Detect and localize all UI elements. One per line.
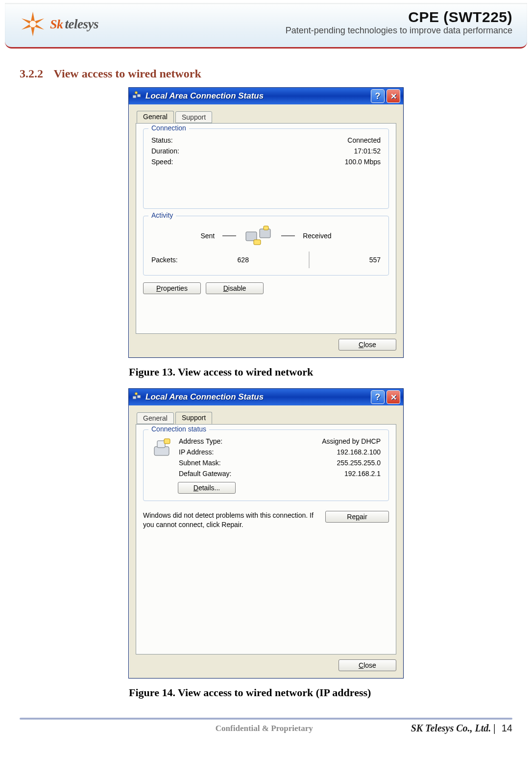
details-button[interactable]: Details... — [178, 482, 236, 494]
help-button[interactable]: ? — [371, 390, 385, 404]
tab-general[interactable]: General — [137, 412, 174, 424]
duration-value: 17:01:52 — [354, 147, 381, 155]
group-activity: Activity Sent — [143, 216, 389, 276]
group-status-legend: Connection status — [148, 425, 209, 433]
svg-rect-8 — [133, 396, 136, 399]
support-rows: Address Type:Assigned by DHCP IP Address… — [178, 436, 382, 494]
note-text: Windows did not detect problems with thi… — [143, 511, 316, 529]
xp-window-support: Local Area Connection Status ? ✕ General… — [128, 388, 404, 679]
repair-note: Windows did not detect problems with thi… — [143, 511, 389, 529]
addr-type-label: Address Type: — [179, 437, 222, 445]
page-header: Sktelesys CPE (SWT225) Patent-pending te… — [5, 3, 527, 49]
logo-sk: Sk — [50, 17, 63, 31]
repair-label: Repair — [347, 513, 367, 521]
svg-rect-13 — [164, 439, 170, 444]
footer-rule — [20, 718, 512, 720]
close-button[interactable]: Close — [339, 659, 396, 671]
network-icon — [132, 91, 142, 101]
speed-value: 100.0 Mbps — [345, 158, 381, 166]
addr-type-value: Assigned by DHCP — [322, 437, 381, 445]
window-titlebar[interactable]: Local Area Connection Status ? ✕ — [129, 389, 403, 405]
svg-rect-2 — [137, 94, 141, 97]
properties-label: roperties — [161, 284, 187, 292]
dash-icon — [281, 235, 295, 236]
details-label: etails... — [198, 484, 220, 492]
tab-support[interactable]: Support — [175, 111, 212, 123]
dash-icon — [222, 235, 236, 236]
svg-rect-6 — [264, 226, 268, 230]
activity-row: Sent Received — [150, 225, 382, 247]
status-value: Connected — [347, 136, 381, 144]
mask-label: Subnet Mask: — [179, 459, 221, 467]
figure-14-caption: Figure 14. View access to wired network … — [129, 686, 403, 699]
svg-rect-1 — [133, 95, 136, 98]
xp-window-general: Local Area Connection Status ? ✕ General… — [128, 87, 404, 358]
document-page: Sktelesys CPE (SWT225) Patent-pending te… — [0, 3, 532, 780]
window-titlebar[interactable]: Local Area Connection Status ? ✕ — [129, 88, 403, 104]
repair-button[interactable]: Repair — [325, 511, 389, 523]
received-label: Received — [303, 232, 331, 240]
properties-button[interactable]: Properties — [143, 282, 201, 294]
logo-burst-icon — [19, 10, 47, 38]
speed-label: Speed: — [151, 158, 173, 166]
window-body: General Support Connection Status:Connec… — [129, 104, 403, 357]
tab-panel-support: Connection status Address Type:Assigned … — [136, 424, 396, 654]
svg-rect-7 — [254, 240, 261, 245]
help-button[interactable]: ? — [371, 89, 385, 103]
sent-label: Sent — [200, 232, 215, 240]
section-heading: 3.2.2 View access to wired network — [20, 67, 512, 80]
gw-value: 192.168.2.1 — [344, 470, 381, 478]
packets-label: Packets: — [151, 256, 178, 264]
disable-button[interactable]: Disable — [206, 282, 264, 294]
footer-page-number: 14 — [502, 723, 512, 734]
adapter-icon — [151, 438, 173, 459]
ip-label: IP Address: — [179, 448, 214, 456]
tab-support[interactable]: Support — [175, 412, 212, 424]
duration-label: Duration: — [151, 147, 179, 155]
disable-label: isable — [228, 284, 246, 292]
svg-rect-9 — [137, 395, 141, 398]
footer-confidential: Confidential & Proprietary — [118, 724, 411, 733]
group-connection: Connection Status:Connected Duration:17:… — [143, 128, 389, 209]
svg-rect-5 — [260, 229, 270, 238]
svg-point-0 — [29, 21, 36, 27]
tab-general[interactable]: General — [137, 111, 174, 123]
close-button[interactable]: Close — [339, 339, 396, 351]
close-icon[interactable]: ✕ — [387, 89, 400, 103]
group-activity-legend: Activity — [148, 211, 176, 219]
window-title: Local Area Connection Status — [145, 392, 264, 402]
svg-point-10 — [135, 393, 138, 395]
close-icon[interactable]: ✕ — [387, 390, 400, 404]
figure-13: Local Area Connection Status ? ✕ General… — [20, 87, 512, 388]
ip-value: 192.168.2.100 — [337, 448, 381, 456]
footer-company: SK Telesys Co., Ltd. | — [411, 723, 496, 734]
section-title: View access to wired network — [54, 67, 201, 80]
close-label: lose — [363, 661, 376, 669]
svg-rect-4 — [246, 232, 257, 241]
packets-received: 557 — [369, 256, 381, 264]
tab-strip: General Support — [137, 110, 396, 123]
divider-icon — [309, 252, 310, 268]
figure-14: Local Area Connection Status ? ✕ General… — [20, 388, 512, 709]
packets-sent: 628 — [238, 256, 249, 264]
header-title: CPE (SWT225) — [286, 9, 512, 25]
status-label: Status: — [151, 136, 173, 144]
network-icon — [132, 392, 142, 402]
gw-label: Default Gateway: — [179, 470, 231, 478]
company-logo: Sktelesys — [19, 10, 98, 38]
mask-value: 255.255.255.0 — [337, 459, 381, 467]
section-number: 3.2.2 — [20, 67, 43, 80]
group-connection-legend: Connection — [148, 124, 189, 132]
tab-panel-general: Connection Status:Connected Duration:17:… — [136, 123, 396, 334]
close-label: lose — [363, 341, 376, 349]
svg-point-3 — [135, 92, 138, 94]
logo-text: Sktelesys — [50, 17, 98, 32]
figure-13-caption: Figure 13. View access to wired network — [129, 366, 403, 378]
tab-strip: General Support — [137, 411, 396, 424]
header-subtitle: Patent-pending technologies to improve d… — [286, 25, 512, 36]
computers-icon — [244, 225, 273, 247]
packets-row: Packets: 628 557 — [150, 252, 382, 268]
button-row: Properties Disable — [143, 282, 389, 294]
header-right: CPE (SWT225) Patent-pending technologies… — [286, 9, 512, 36]
window-body: General Support Connection status — [129, 405, 403, 678]
